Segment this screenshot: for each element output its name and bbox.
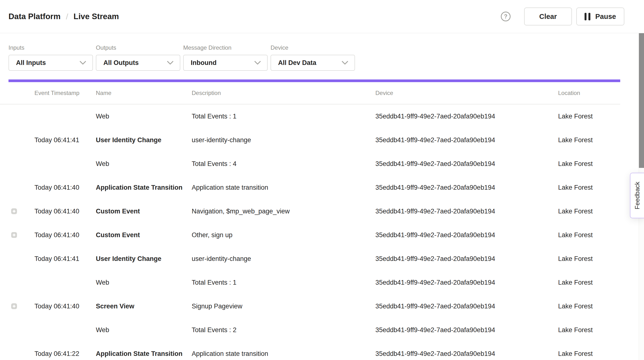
table-row: Today 06:41:41 User Identity Change user…	[0, 247, 644, 271]
column-header-name: Name	[96, 90, 192, 96]
filter-inputs-label: Inputs	[8, 44, 93, 51]
cell-name: Custom Event	[96, 231, 192, 239]
cell-device: 35eddb41-9ff9-49e2-7aed-20afa90eb194	[376, 255, 558, 263]
filter-outputs-label: Outputs	[96, 44, 180, 51]
cell-device: 35eddb41-9ff9-49e2-7aed-20afa90eb194	[376, 184, 558, 191]
filter-device: Device All Dev Data	[270, 44, 355, 71]
table-row: Web Total Events : 4 35eddb41-9ff9-49e2-…	[0, 152, 644, 176]
cell-timestamp: Today 06:41:40	[34, 231, 96, 239]
cell-description: Total Events : 2	[192, 326, 376, 334]
table-row: Web Total Events : 1 35eddb41-9ff9-49e2-…	[0, 104, 644, 128]
cell-description: Total Events : 1	[192, 279, 376, 286]
clear-button[interactable]: Clear	[524, 7, 572, 25]
breadcrumb-item-data-platform[interactable]: Data Platform	[8, 12, 61, 21]
message-direction-select[interactable]: Inbound	[183, 55, 268, 71]
table-row: Today 06:41:40 Application State Transit…	[0, 176, 644, 199]
live-stream-page: Data Platform / Live Stream ? Clear Paus…	[0, 0, 644, 360]
expand-row-button[interactable]	[11, 232, 17, 238]
cell-timestamp: Today 06:41:40	[34, 184, 96, 191]
table-body: Web Total Events : 1 35eddb41-9ff9-49e2-…	[0, 104, 644, 360]
table-row: Today 06:41:40 Screen View Signup Pagevi…	[0, 294, 644, 318]
expand-row-button[interactable]	[11, 208, 17, 214]
table-row: Web Total Events : 1 35eddb41-9ff9-49e2-…	[0, 271, 644, 294]
filter-message-direction: Message Direction Inbound	[183, 44, 268, 71]
help-icon[interactable]: ?	[501, 12, 510, 21]
table-row: Today 06:41:22 Application State Transit…	[0, 342, 644, 360]
table-row: Today 06:41:41 User Identity Change user…	[0, 128, 644, 152]
table-row: Today 06:41:40 Custom Event Other, sign …	[0, 223, 644, 247]
cell-device: 35eddb41-9ff9-49e2-7aed-20afa90eb194	[376, 279, 558, 286]
cell-device: 35eddb41-9ff9-49e2-7aed-20afa90eb194	[376, 350, 558, 358]
chevron-down-icon	[167, 61, 174, 65]
feedback-tab[interactable]: Feedback	[630, 173, 644, 218]
inputs-select[interactable]: All Inputs	[8, 55, 93, 71]
cell-name: Web	[96, 160, 192, 168]
expand-row-button[interactable]	[11, 303, 17, 309]
cell-description: Application state transition	[192, 350, 376, 358]
cell-name: Web	[96, 326, 192, 334]
cell-location: Lake Forest	[558, 160, 644, 168]
cell-name: Screen View	[96, 303, 192, 310]
chevron-down-icon	[342, 61, 348, 65]
cell-device: 35eddb41-9ff9-49e2-7aed-20afa90eb194	[376, 208, 558, 215]
cell-timestamp: Today 06:41:41	[34, 136, 96, 144]
top-bar: Data Platform / Live Stream ? Clear Paus…	[0, 0, 644, 33]
cell-timestamp: Today 06:41:22	[34, 350, 96, 358]
cell-location: Lake Forest	[558, 350, 644, 358]
cell-description: Total Events : 4	[192, 160, 376, 168]
cell-name: User Identity Change	[96, 255, 192, 263]
column-header-event-timestamp: Event Timestamp	[34, 90, 96, 96]
cell-name: Web	[96, 113, 192, 120]
filters-bar: Inputs All Inputs Outputs All Outputs Me…	[0, 33, 644, 79]
device-select[interactable]: All Dev Data	[270, 55, 355, 71]
column-header-description: Description	[192, 90, 376, 96]
table-header-row: Event Timestamp Name Description Device …	[0, 82, 620, 104]
cell-device: 35eddb41-9ff9-49e2-7aed-20afa90eb194	[376, 160, 558, 168]
events-table: Event Timestamp Name Description Device …	[0, 82, 644, 360]
cell-name: User Identity Change	[96, 136, 192, 144]
cell-description: Navigation, $mp_web_page_view	[192, 208, 376, 215]
cell-location: Lake Forest	[558, 255, 644, 263]
cell-timestamp: Today 06:41:40	[34, 303, 96, 310]
top-actions: ? Clear Pause	[501, 7, 624, 25]
cell-location: Lake Forest	[558, 279, 644, 286]
cell-description: Application state transition	[192, 184, 376, 191]
cell-description: Total Events : 1	[192, 113, 376, 120]
inputs-select-value: All Inputs	[16, 59, 46, 67]
cell-description: Signup Pageview	[192, 303, 376, 310]
message-direction-select-value: Inbound	[191, 59, 216, 67]
outputs-select-value: All Outputs	[103, 59, 138, 67]
cell-location: Lake Forest	[558, 303, 644, 310]
filter-outputs: Outputs All Outputs	[96, 44, 180, 71]
pause-button-label: Pause	[595, 12, 616, 20]
chevron-down-icon	[254, 61, 261, 65]
table-row: Today 06:41:40 Custom Event Navigation, …	[0, 199, 644, 223]
filter-message-direction-label: Message Direction	[183, 44, 268, 51]
cell-device: 35eddb41-9ff9-49e2-7aed-20afa90eb194	[376, 326, 558, 334]
cell-description: user-identity-change	[192, 136, 376, 144]
filter-device-label: Device	[270, 44, 355, 51]
cell-description: user-identity-change	[192, 255, 376, 263]
cell-device: 35eddb41-9ff9-49e2-7aed-20afa90eb194	[376, 303, 558, 310]
cell-name: Web	[96, 279, 192, 286]
device-select-value: All Dev Data	[278, 59, 316, 67]
accent-divider	[8, 79, 620, 82]
cell-device: 35eddb41-9ff9-49e2-7aed-20afa90eb194	[376, 231, 558, 239]
cell-name: Application State Transition	[96, 184, 192, 191]
filter-inputs: Inputs All Inputs	[8, 44, 93, 71]
chevron-down-icon	[80, 61, 86, 65]
cell-location: Lake Forest	[558, 326, 644, 334]
scrollbar-thumb[interactable]	[639, 33, 644, 168]
cell-timestamp: Today 06:41:40	[34, 208, 96, 215]
outputs-select[interactable]: All Outputs	[96, 55, 180, 71]
pause-icon	[584, 13, 590, 20]
cell-description: Other, sign up	[192, 231, 376, 239]
table-row: Web Total Events : 2 35eddb41-9ff9-49e2-…	[0, 318, 644, 342]
pause-button[interactable]: Pause	[576, 7, 624, 25]
breadcrumb: Data Platform / Live Stream	[8, 12, 119, 21]
cell-location: Lake Forest	[558, 113, 644, 120]
cell-name: Custom Event	[96, 208, 192, 215]
breadcrumb-separator: /	[66, 12, 68, 21]
breadcrumb-item-live-stream: Live Stream	[74, 12, 119, 21]
cell-location: Lake Forest	[558, 136, 644, 144]
